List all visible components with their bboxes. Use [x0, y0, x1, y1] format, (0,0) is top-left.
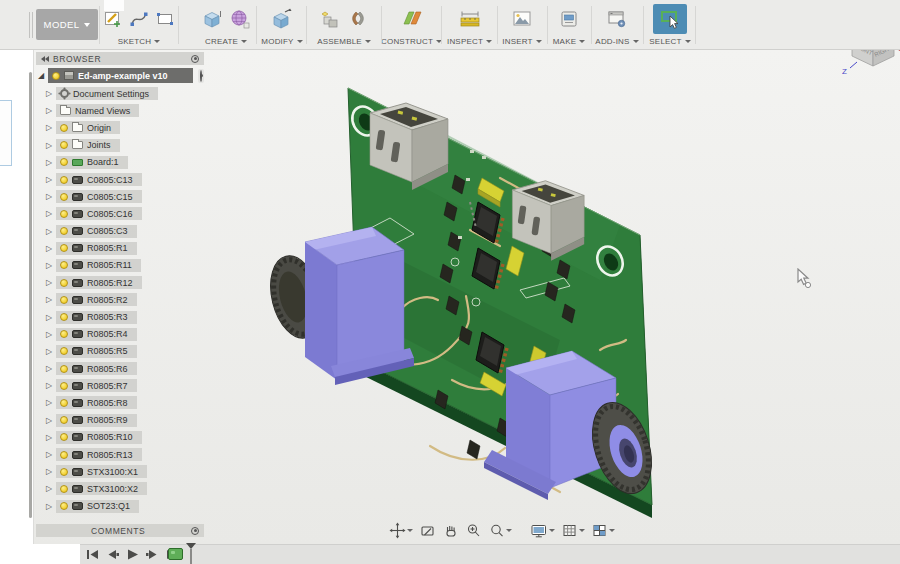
- browser-header[interactable]: BROWSER: [36, 52, 204, 65]
- visibility-bulb-icon[interactable]: [60, 124, 68, 132]
- measure-icon[interactable]: [458, 8, 482, 30]
- tree-item[interactable]: ▷ R0805:R8: [36, 394, 204, 411]
- construct-menu[interactable]: CONSTRUCT: [381, 35, 442, 47]
- spline-icon[interactable]: [129, 9, 149, 29]
- visibility-bulb-icon[interactable]: [60, 227, 68, 235]
- activate-component-radio[interactable]: [198, 69, 204, 83]
- expand-arrow-icon[interactable]: ▷: [44, 295, 54, 304]
- workspace-switcher[interactable]: MODEL: [36, 9, 98, 40]
- tree-item[interactable]: ▷ R0805:R9: [36, 412, 204, 429]
- tree-item[interactable]: ▷ C0805:C15: [36, 188, 204, 205]
- assemble-menu[interactable]: ASSEMBLE: [317, 35, 371, 47]
- visibility-bulb-icon[interactable]: [60, 330, 68, 338]
- visibility-bulb-icon[interactable]: [60, 193, 68, 201]
- toolbar-grip[interactable]: [29, 12, 33, 38]
- insert-menu[interactable]: INSERT: [502, 35, 541, 47]
- visibility-bulb-icon[interactable]: [60, 244, 68, 252]
- pan-button[interactable]: [441, 522, 460, 539]
- tree-item[interactable]: ▷ Named Views: [36, 102, 204, 119]
- expand-arrow-icon[interactable]: ▷: [44, 106, 54, 115]
- tree-item[interactable]: ▷ C0805:C13: [36, 171, 204, 188]
- visibility-bulb-icon[interactable]: [60, 382, 68, 390]
- tree-item[interactable]: ▷ R0805:R4: [36, 326, 204, 343]
- tree-item[interactable]: ▷ Origin: [36, 119, 204, 136]
- display-settings-button[interactable]: [529, 522, 556, 539]
- inspect-menu[interactable]: INSPECT: [447, 35, 492, 47]
- visibility-bulb-icon[interactable]: [60, 141, 68, 149]
- add-ins-menu[interactable]: ADD-INS: [595, 35, 638, 47]
- expand-arrow-icon[interactable]: ▷: [44, 158, 54, 167]
- visibility-bulb-icon[interactable]: [60, 296, 68, 304]
- visibility-bulb-icon[interactable]: [60, 176, 68, 184]
- visibility-bulb-icon[interactable]: [60, 416, 68, 424]
- panel-options-icon[interactable]: [191, 55, 199, 63]
- tree-item[interactable]: ▷ R0805:R10: [36, 429, 204, 446]
- expand-arrow-icon[interactable]: ▷: [44, 381, 54, 390]
- expand-arrow-icon[interactable]: ▷: [44, 313, 54, 322]
- expand-arrow-icon[interactable]: ▷: [44, 416, 54, 425]
- expand-arrow-icon[interactable]: ▷: [44, 330, 54, 339]
- expand-arrow-icon[interactable]: ▷: [44, 450, 54, 459]
- expand-arrow-icon[interactable]: ▷: [44, 89, 54, 98]
- expand-arrow-icon[interactable]: ▷: [44, 175, 54, 184]
- expand-arrow-icon[interactable]: ▷: [44, 209, 54, 218]
- orbit-button[interactable]: [388, 522, 414, 539]
- visibility-bulb-icon[interactable]: [60, 261, 68, 269]
- expand-arrow-icon[interactable]: ▷: [44, 227, 54, 236]
- tree-item[interactable]: ▷ R0805:R2: [36, 291, 204, 308]
- expand-arrow-icon[interactable]: ▷: [44, 398, 54, 407]
- viewports-button[interactable]: [590, 522, 616, 539]
- expand-arrow-icon[interactable]: ▷: [44, 261, 54, 270]
- visibility-bulb-icon[interactable]: [60, 485, 68, 493]
- expand-arrow-icon[interactable]: ▷: [44, 141, 54, 150]
- make-icon[interactable]: [559, 8, 579, 30]
- timeline-board-feature[interactable]: [168, 548, 183, 560]
- grid-settings-button[interactable]: [560, 522, 586, 539]
- tree-item[interactable]: ▷ Joints: [36, 137, 204, 154]
- expand-arrow-icon[interactable]: ▷: [44, 502, 54, 511]
- tree-item[interactable]: ▷ Board:1: [36, 154, 204, 171]
- expand-arrow-icon[interactable]: ▷: [44, 244, 54, 253]
- visibility-bulb-icon[interactable]: [60, 399, 68, 407]
- expand-arrow-icon[interactable]: ▷: [44, 433, 54, 442]
- browser-scrollbar[interactable]: [29, 72, 32, 518]
- create-form-icon[interactable]: [229, 8, 251, 30]
- look-at-button[interactable]: [418, 522, 437, 539]
- tree-item[interactable]: ▷ SOT23:Q1: [36, 498, 204, 515]
- visibility-bulb-icon[interactable]: [60, 279, 68, 287]
- modify-menu[interactable]: MODIFY: [261, 35, 302, 47]
- tree-item[interactable]: ▷ R0805:R6: [36, 360, 204, 377]
- browser-root-item[interactable]: ◢ Ed-amp-example v10: [36, 68, 204, 83]
- expand-arrow-icon[interactable]: ▷: [44, 467, 54, 476]
- fit-button[interactable]: [487, 522, 513, 539]
- visibility-bulb-icon[interactable]: [60, 210, 68, 218]
- visibility-bulb-icon[interactable]: [60, 158, 68, 166]
- add-ins-icon[interactable]: [606, 8, 628, 30]
- tree-item[interactable]: ▷ C0805:C16: [36, 205, 204, 222]
- visibility-bulb-icon[interactable]: [60, 468, 68, 476]
- tree-item[interactable]: ▷ C0805:C3: [36, 223, 204, 240]
- new-component-icon[interactable]: [319, 8, 341, 30]
- construction-plane-icon[interactable]: [401, 8, 423, 30]
- expand-arrow-icon[interactable]: ▷: [44, 123, 54, 132]
- tree-item[interactable]: ▷ R0805:R1: [36, 240, 204, 257]
- visibility-bulb-icon[interactable]: [52, 72, 60, 80]
- create-sketch-icon[interactable]: [103, 9, 123, 29]
- press-pull-icon[interactable]: [271, 8, 293, 30]
- visibility-bulb-icon[interactable]: [60, 433, 68, 441]
- expand-arrow-icon[interactable]: ▷: [44, 364, 54, 373]
- expand-arrow-icon[interactable]: ▷: [44, 347, 54, 356]
- visibility-bulb-icon[interactable]: [60, 451, 68, 459]
- joint-icon[interactable]: [347, 8, 369, 30]
- insert-image-icon[interactable]: [511, 8, 533, 30]
- zoom-button[interactable]: [464, 522, 483, 539]
- tree-item[interactable]: ▷ R0805:R13: [36, 446, 204, 463]
- sketch-menu[interactable]: SKETCH: [118, 35, 161, 47]
- tree-item[interactable]: ▷ R0805:R5: [36, 343, 204, 360]
- visibility-bulb-icon[interactable]: [60, 347, 68, 355]
- create-menu[interactable]: CREATE: [205, 35, 247, 47]
- tree-item[interactable]: ▷ R0805:R11: [36, 257, 204, 274]
- timeline-skip-start-button[interactable]: [86, 549, 99, 560]
- timeline-play-button[interactable]: [126, 549, 139, 560]
- new-body-icon[interactable]: [201, 8, 223, 30]
